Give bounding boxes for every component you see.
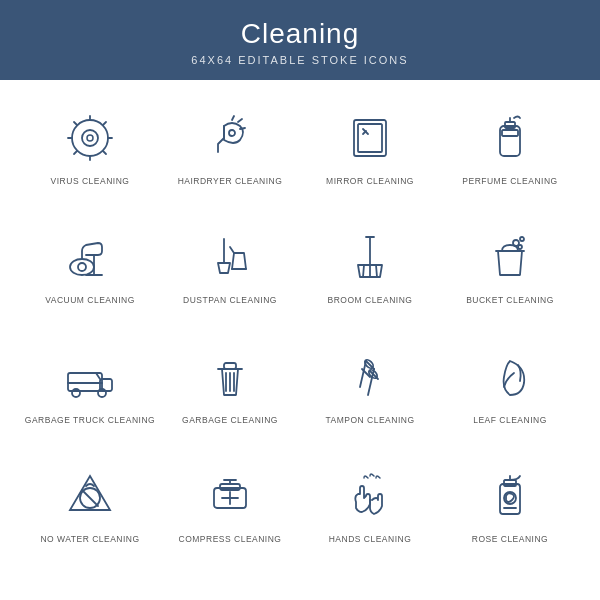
broom-cleaning-label: BROOM CLEANING [328,295,413,305]
svg-line-28 [230,247,234,253]
svg-line-18 [363,131,366,134]
mirror-cleaning-icon [338,106,402,170]
hairdryer-cleaning-label: HAIRDRYER CLEANING [178,176,283,186]
icon-garbage-cleaning: GARBAGE CLEANING [160,329,300,441]
vacuum-cleaning-label: VACUUM CLEANING [45,295,135,305]
icon-no-water-cleaning: NO WATER CLEANING [20,449,160,561]
svg-point-14 [229,130,235,136]
icon-tampon-cleaning: TAMPON CLEANING [300,329,440,441]
icons-grid: VIRUS CLEANING HAIRDRYER CLEANING [0,80,600,570]
svg-point-24 [78,263,86,271]
perfume-cleaning-label: PERFUME CLEANING [462,176,557,186]
perfume-cleaning-icon [478,106,542,170]
svg-line-6 [74,122,77,125]
svg-point-38 [518,245,522,249]
svg-rect-20 [505,122,515,128]
no-water-cleaning-icon [58,464,122,528]
tampon-cleaning-icon [338,345,402,409]
icon-perfume-cleaning: PERFUME CLEANING [440,90,580,202]
icon-hands-cleaning: HANDS CLEANING [300,449,440,561]
icon-hairdryer-cleaning: HAIRDRYER CLEANING [160,90,300,202]
svg-line-7 [103,151,106,154]
leaf-cleaning-label: LEAF CLEANING [473,415,547,425]
svg-line-11 [232,116,234,120]
icon-vacuum-cleaning: VACUUM CLEANING [20,210,160,322]
svg-line-8 [103,122,106,125]
svg-rect-65 [500,484,520,514]
icon-leaf-cleaning: LEAF CLEANING [440,329,580,441]
svg-point-10 [87,135,93,141]
leaf-cleaning-icon [478,345,542,409]
dustpan-cleaning-icon [198,225,262,289]
icon-garbage-truck-cleaning: GARBAGE TRUCK CLEANING [20,329,160,441]
broom-cleaning-icon [338,225,402,289]
hairdryer-cleaning-icon [198,106,262,170]
hands-cleaning-icon [338,464,402,528]
svg-marker-56 [70,476,110,510]
page-header: Cleaning 64X64 EDITABLE STOKE ICONS [0,0,600,80]
vacuum-cleaning-icon [58,225,122,289]
compress-cleaning-label: COMPRESS CLEANING [179,534,282,544]
svg-line-33 [376,265,377,277]
svg-rect-22 [502,130,518,136]
bucket-cleaning-icon [478,225,542,289]
svg-point-23 [70,259,94,275]
svg-line-54 [360,361,366,387]
garbage-cleaning-icon [198,345,262,409]
icon-virus-cleaning: VIRUS CLEANING [20,90,160,202]
rose-cleaning-icon [478,464,542,528]
page-subtitle: 64X64 EDITABLE STOKE ICONS [0,54,600,66]
bucket-cleaning-label: BUCKET CLEANING [466,295,554,305]
icon-dustpan-cleaning: DUSTPAN CLEANING [160,210,300,322]
svg-rect-16 [358,124,382,152]
icon-rose-cleaning: ROSE CLEANING [440,449,580,561]
svg-point-37 [520,237,524,241]
icon-bucket-cleaning: BUCKET CLEANING [440,210,580,322]
tampon-cleaning-label: TAMPON CLEANING [325,415,414,425]
svg-line-12 [238,119,242,122]
svg-line-58 [82,490,98,506]
virus-cleaning-icon [58,106,122,170]
garbage-cleaning-label: GARBAGE CLEANING [182,415,278,425]
svg-line-13 [240,128,245,129]
svg-point-1 [82,130,98,146]
virus-cleaning-label: VIRUS CLEANING [51,176,130,186]
garbage-truck-cleaning-label: GARBAGE TRUCK CLEANING [25,415,155,425]
svg-rect-45 [224,363,236,369]
icon-compress-cleaning: COMPRESS CLEANING [160,449,300,561]
no-water-cleaning-label: NO WATER CLEANING [40,534,139,544]
svg-line-9 [74,151,77,154]
svg-line-31 [363,265,364,277]
page-title: Cleaning [0,18,600,50]
icon-broom-cleaning: BROOM CLEANING [300,210,440,322]
rose-cleaning-label: ROSE CLEANING [472,534,548,544]
compress-cleaning-icon [198,464,262,528]
garbage-truck-cleaning-icon [58,345,122,409]
icon-mirror-cleaning: MIRROR CLEANING [300,90,440,202]
dustpan-cleaning-label: DUSTPAN CLEANING [183,295,277,305]
mirror-cleaning-label: MIRROR CLEANING [326,176,414,186]
hands-cleaning-label: HANDS CLEANING [329,534,412,544]
